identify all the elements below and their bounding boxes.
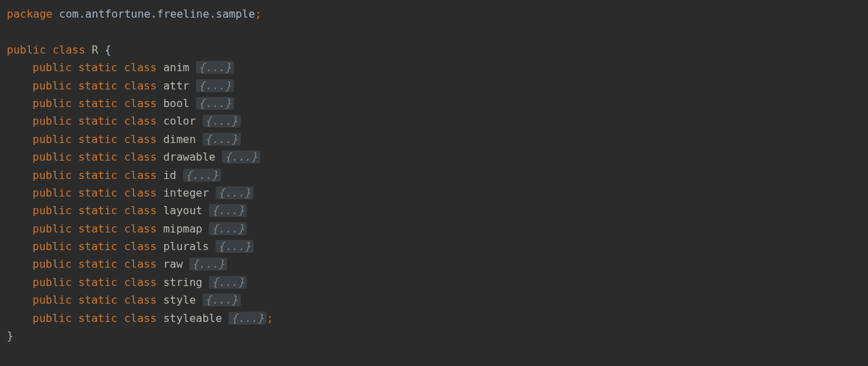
inner-class-name: attr xyxy=(163,79,190,92)
fold-marker[interactable]: {...} xyxy=(203,293,241,306)
inner-classes-container: public static class anim {...}public sta… xyxy=(7,59,861,327)
inner-class-line: public static class dimen {...} xyxy=(7,131,861,148)
inner-class-line: public static class anim {...} xyxy=(7,59,861,77)
keyword-static: static xyxy=(78,133,117,146)
keyword-class: class xyxy=(124,115,157,127)
keyword-static: static xyxy=(78,222,117,235)
keyword-static: static xyxy=(78,276,117,289)
keyword-public: public xyxy=(33,133,72,146)
inner-class-name: mipmap xyxy=(163,222,203,235)
inner-class-line: public static class id {...} xyxy=(7,167,861,184)
keyword-public: public xyxy=(33,293,72,306)
fold-marker[interactable]: {...} xyxy=(183,169,221,182)
inner-class-name: layout xyxy=(163,204,203,217)
keyword-static: static xyxy=(78,61,117,74)
keyword-static: static xyxy=(78,150,117,163)
keyword-public: public xyxy=(33,276,72,289)
keyword-public: public xyxy=(33,312,72,325)
class-close: } xyxy=(7,327,861,345)
inner-class-line: public static class layout {...} xyxy=(7,202,861,220)
inner-class-line: public static class drawable {...} xyxy=(7,148,861,166)
inner-class-line: public static class string {...} xyxy=(7,274,861,291)
keyword-class: class xyxy=(124,258,157,270)
inner-class-name: anim xyxy=(163,61,190,74)
keyword-static: static xyxy=(78,240,117,253)
keyword-class: class xyxy=(124,222,157,235)
keyword-static: static xyxy=(78,258,117,270)
inner-class-name: styleable xyxy=(163,312,222,325)
keyword-public: public xyxy=(33,204,72,217)
code-editor[interactable]: package com.antfortune.freeline.sample; … xyxy=(7,5,861,345)
keyword-public: public xyxy=(33,186,72,199)
keyword-public: public xyxy=(33,258,72,270)
fold-marker[interactable]: {...} xyxy=(216,240,254,253)
fold-marker[interactable]: {...} xyxy=(203,133,241,146)
keyword-static: static xyxy=(78,169,117,182)
keyword-class: class xyxy=(52,43,85,56)
inner-class-line: public static class bool {...} xyxy=(7,95,861,113)
fold-marker[interactable]: {...} xyxy=(196,97,234,110)
inner-class-name: color xyxy=(163,115,196,127)
class-declaration: public class R { xyxy=(7,41,861,59)
inner-class-line: public static class raw {...} xyxy=(7,256,861,273)
inner-class-name: raw xyxy=(163,258,183,270)
fold-marker[interactable]: {...} xyxy=(209,276,247,289)
open-brace: { xyxy=(105,43,112,56)
inner-class-line: public static class integer {...} xyxy=(7,184,861,202)
semicolon: ; xyxy=(267,312,273,325)
keyword-static: static xyxy=(78,186,117,199)
keyword-class: class xyxy=(124,97,157,110)
inner-class-name: integer xyxy=(163,186,209,199)
keyword-static: static xyxy=(78,97,117,110)
fold-marker[interactable]: {...} xyxy=(209,204,247,217)
keyword-public: public xyxy=(33,115,72,127)
fold-marker[interactable]: {...} xyxy=(222,150,260,163)
fold-marker[interactable]: {...} xyxy=(196,61,234,74)
keyword-static: static xyxy=(78,79,117,92)
inner-class-name: string xyxy=(163,276,203,289)
inner-class-line: public static class color {...} xyxy=(7,113,861,130)
keyword-package: package xyxy=(7,7,52,20)
keyword-class: class xyxy=(124,169,157,182)
keyword-class: class xyxy=(124,312,157,325)
fold-marker[interactable]: {...} xyxy=(229,312,267,325)
keyword-public: public xyxy=(33,240,72,253)
fold-marker[interactable]: {...} xyxy=(216,186,254,199)
close-brace: } xyxy=(7,329,14,342)
inner-class-line: public static class mipmap {...} xyxy=(7,220,861,238)
inner-class-line: public static class style {...} xyxy=(7,291,861,309)
keyword-public: public xyxy=(7,43,46,56)
keyword-class: class xyxy=(124,293,157,306)
inner-class-line: public static class plurals {...} xyxy=(7,238,861,256)
blank-line xyxy=(7,23,861,41)
keyword-static: static xyxy=(78,115,117,127)
semicolon: ; xyxy=(255,7,262,20)
keyword-public: public xyxy=(33,79,72,92)
package-declaration: package com.antfortune.freeline.sample; xyxy=(7,5,861,23)
keyword-class: class xyxy=(124,240,157,253)
fold-marker[interactable]: {...} xyxy=(189,258,227,270)
keyword-public: public xyxy=(33,97,72,110)
keyword-static: static xyxy=(78,293,117,306)
keyword-class: class xyxy=(124,204,157,217)
inner-class-name: bool xyxy=(163,97,190,110)
inner-class-name: dimen xyxy=(163,133,196,146)
keyword-public: public xyxy=(33,222,72,235)
keyword-class: class xyxy=(124,186,157,199)
inner-class-line: public static class styleable {...}; xyxy=(7,310,861,327)
keyword-static: static xyxy=(78,312,117,325)
keyword-class: class xyxy=(124,79,157,92)
inner-class-name: plurals xyxy=(163,240,209,253)
fold-marker[interactable]: {...} xyxy=(209,222,247,235)
inner-class-name: style xyxy=(163,293,196,306)
keyword-public: public xyxy=(33,61,72,74)
keyword-public: public xyxy=(33,169,72,182)
keyword-class: class xyxy=(124,133,157,146)
class-name: R xyxy=(92,43,98,56)
fold-marker[interactable]: {...} xyxy=(196,79,234,92)
fold-marker[interactable]: {...} xyxy=(203,115,241,127)
keyword-static: static xyxy=(78,204,117,217)
inner-class-name: drawable xyxy=(163,150,216,163)
keyword-public: public xyxy=(33,150,72,163)
inner-class-name: id xyxy=(163,169,176,182)
